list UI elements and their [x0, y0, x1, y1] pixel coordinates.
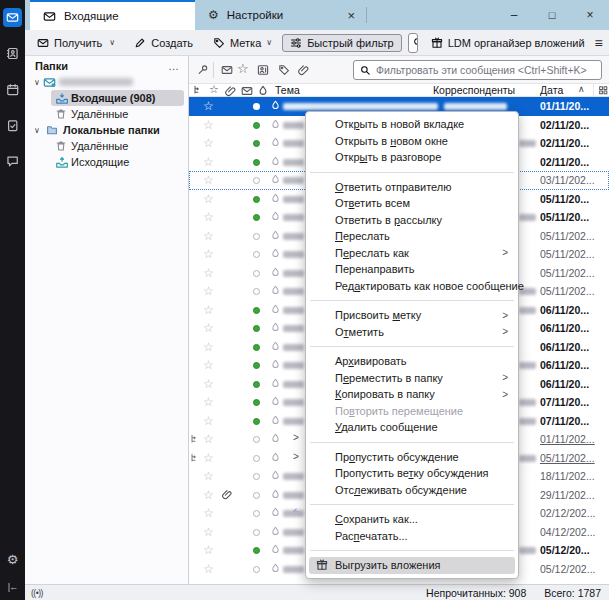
junk-flame-icon[interactable]	[270, 119, 281, 130]
unread-indicator[interactable]	[253, 307, 260, 314]
window-minimize-button[interactable]: –	[495, 8, 533, 22]
star-icon[interactable]: ☆	[203, 284, 214, 298]
junk-column-icon[interactable]	[257, 85, 269, 97]
get-messages-button[interactable]: Получить	[33, 34, 106, 52]
menu-item[interactable]: Ответить в рассылку	[306, 212, 518, 229]
star-icon[interactable]: ☆	[203, 173, 214, 187]
spaces-settings-button[interactable]: ⚙	[3, 550, 22, 569]
star-icon[interactable]: ☆	[203, 118, 214, 132]
star-icon[interactable]: ☆	[203, 488, 214, 502]
junk-flame-icon[interactable]	[270, 304, 281, 315]
menu-item[interactable]: Переслать как>	[306, 245, 518, 262]
junk-flame-icon[interactable]	[270, 526, 281, 537]
folder-row-inbox[interactable]: Входящие (908)	[25, 90, 188, 106]
quick-filter-toggle-button[interactable]: Быстрый фильтр	[282, 34, 402, 52]
menu-item[interactable]: Пропустить ветку обсуждения	[306, 465, 518, 482]
menu-item[interactable]: Повторить перемещение	[306, 403, 518, 420]
menu-item[interactable]: Копировать в папку>	[306, 386, 518, 403]
filter-tag-icon[interactable]	[278, 64, 290, 76]
unread-indicator[interactable]	[253, 177, 260, 184]
unread-indicator[interactable]	[253, 270, 260, 277]
tag-button[interactable]: Метка ∨	[209, 34, 276, 52]
junk-flame-icon[interactable]	[270, 285, 281, 296]
unread-indicator[interactable]	[253, 510, 260, 517]
thread-column-icon[interactable]	[193, 85, 204, 96]
column-date[interactable]: Дата	[540, 84, 563, 96]
unread-indicator[interactable]	[253, 436, 260, 443]
star-icon[interactable]: ☆	[203, 303, 214, 317]
menu-item[interactable]: Отслеживать обсуждение	[306, 482, 518, 499]
menu-item[interactable]: Переместить в папку>	[306, 370, 518, 387]
junk-flame-icon[interactable]	[270, 544, 281, 555]
menu-item[interactable]: Ответить отправителю	[306, 179, 518, 196]
filter-contact-icon[interactable]	[257, 64, 269, 76]
quick-filter-search[interactable]	[353, 60, 602, 80]
junk-flame-icon[interactable]	[270, 100, 281, 111]
star-icon[interactable]: ☆	[203, 99, 214, 113]
unread-indicator[interactable]	[253, 140, 260, 147]
star-icon[interactable]: ☆	[203, 229, 214, 243]
star-icon[interactable]: ☆	[203, 451, 214, 465]
junk-flame-icon[interactable]	[270, 248, 281, 259]
star-icon[interactable]: ☆	[203, 525, 214, 539]
spaces-collapse-button[interactable]: |←	[3, 577, 22, 596]
attachment-column-icon[interactable]	[225, 85, 237, 97]
unread-indicator[interactable]	[253, 418, 260, 425]
star-icon[interactable]: ☆	[203, 136, 214, 150]
menu-item[interactable]: Удалить сообщение	[306, 419, 518, 436]
junk-flame-icon[interactable]	[270, 193, 281, 204]
unread-indicator[interactable]	[253, 566, 260, 573]
star-icon[interactable]: ☆	[203, 377, 214, 391]
star-icon[interactable]: ☆	[203, 414, 214, 428]
ldm-attachment-organizer-button[interactable]: LDM органайзер вложений	[427, 34, 589, 52]
sort-ascending-icon[interactable]: ∧	[578, 84, 585, 94]
star-icon[interactable]: ☆	[203, 266, 214, 280]
folder-row-local[interactable]: ∨Локальные папки	[25, 122, 188, 138]
junk-flame-icon[interactable]	[270, 322, 281, 333]
menu-item[interactable]: Перенаправить	[306, 261, 518, 278]
folder-row-trash[interactable]: Удалённые	[25, 106, 188, 122]
menu-item[interactable]: Присвоить метку>	[306, 307, 518, 324]
unread-indicator[interactable]	[253, 473, 260, 480]
column-picker-icon[interactable]	[593, 84, 609, 97]
unread-indicator[interactable]	[253, 122, 260, 129]
pin-icon[interactable]	[197, 64, 209, 76]
junk-flame-icon[interactable]	[270, 137, 281, 148]
junk-flame-icon[interactable]	[270, 433, 281, 444]
star-icon[interactable]: ☆	[203, 395, 214, 409]
menu-item[interactable]: Открыть в разговоре	[306, 149, 518, 166]
tab-settings[interactable]: ⚙ Настройки ×	[195, 0, 365, 30]
expand-thread-icon[interactable]: >	[293, 451, 299, 462]
space-mail-button[interactable]	[3, 8, 22, 27]
expander-icon[interactable]: ∨	[32, 126, 42, 135]
column-subject[interactable]: Тема	[275, 84, 300, 96]
unread-indicator[interactable]	[253, 196, 260, 203]
unread-indicator[interactable]	[253, 233, 260, 240]
unread-indicator[interactable]	[253, 325, 260, 332]
space-chat-button[interactable]	[3, 152, 22, 171]
junk-flame-icon[interactable]	[270, 563, 281, 574]
star-icon[interactable]: ☆	[203, 340, 214, 354]
star-icon[interactable]: ☆	[203, 469, 214, 483]
star-icon[interactable]: ☆	[203, 432, 214, 446]
folder-row-outbox[interactable]: Исходящие	[25, 154, 188, 170]
star-icon[interactable]: ☆	[203, 543, 214, 557]
menu-item[interactable]: Пропустить обсуждение	[306, 449, 518, 466]
space-tasks-button[interactable]	[3, 116, 22, 135]
unread-indicator[interactable]	[253, 492, 260, 499]
folder-row-trash[interactable]: Удалённые	[25, 138, 188, 154]
unread-indicator[interactable]	[253, 344, 260, 351]
menu-item[interactable]: Архивировать	[306, 353, 518, 370]
star-icon[interactable]: ☆	[203, 562, 214, 576]
space-addressbook-button[interactable]	[3, 44, 22, 63]
junk-flame-icon[interactable]	[270, 470, 281, 481]
junk-flame-icon[interactable]	[270, 230, 281, 241]
junk-flame-icon[interactable]	[270, 415, 281, 426]
global-search[interactable]	[408, 33, 418, 53]
app-menu-button[interactable]: ≡	[589, 35, 609, 51]
menu-item[interactable]: Редактировать как новое сообщение	[306, 278, 518, 295]
star-icon[interactable]: ☆	[203, 506, 214, 520]
unread-indicator[interactable]	[253, 362, 260, 369]
tab-close-icon[interactable]: ×	[347, 8, 355, 23]
junk-flame-icon[interactable]	[270, 378, 281, 389]
